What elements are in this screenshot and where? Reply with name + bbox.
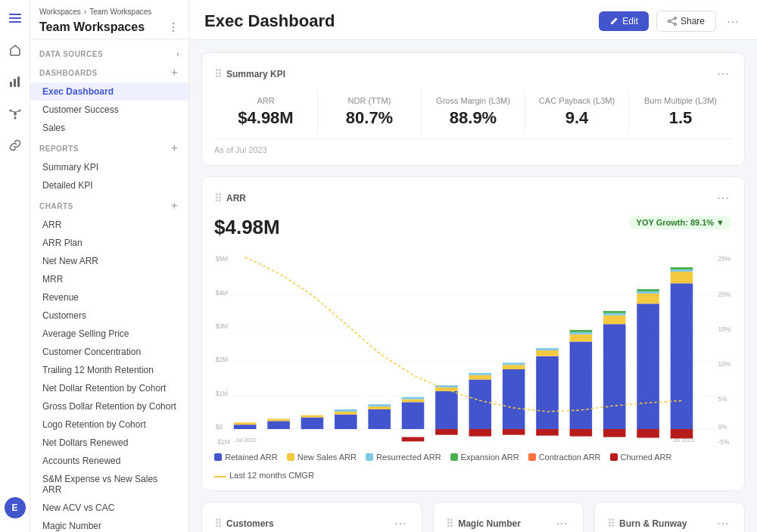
svg-text:5%: 5% bbox=[718, 395, 727, 403]
svg-text:-$1M: -$1M bbox=[216, 438, 230, 446]
legend-resurrected-arr: Resurrected ARR bbox=[366, 453, 441, 462]
kpi-cac-payback: CAC Payback (L3M) 9.4 bbox=[525, 92, 629, 132]
workspace-title: Team Workspaces bbox=[39, 20, 179, 34]
svg-rect-40 bbox=[234, 425, 257, 429]
page-header: Exec Dashboard Edit Share ⋯ bbox=[189, 0, 757, 40]
customers-more-icon[interactable]: ⋯ bbox=[391, 513, 410, 532]
share-icon bbox=[668, 17, 677, 26]
reports-section[interactable]: REPORTS ＋ bbox=[30, 137, 188, 158]
svg-rect-63 bbox=[469, 429, 491, 437]
svg-point-6 bbox=[14, 112, 17, 115]
sidebar-item-ndr-cohort[interactable]: Net Dollar Retention by Cohort bbox=[30, 379, 188, 397]
network-icon[interactable] bbox=[5, 103, 26, 124]
sidebar-item-net-new-arr[interactable]: Net New ARR bbox=[30, 252, 188, 270]
svg-point-14 bbox=[173, 26, 174, 28]
customers-header: ⠿ Customers ⋯ bbox=[214, 513, 410, 532]
svg-rect-41 bbox=[234, 422, 257, 425]
svg-rect-86 bbox=[637, 429, 659, 438]
svg-rect-4 bbox=[14, 79, 16, 87]
sidebar-item-exec-dashboard[interactable]: Exec Dashboard bbox=[30, 82, 188, 101]
summary-kpi-title: ⠿ Summary KPI bbox=[214, 68, 285, 80]
add-chart-icon[interactable]: ＋ bbox=[169, 199, 180, 213]
edit-button[interactable]: Edit bbox=[599, 11, 649, 31]
magic-number-card: ⠿ Magic Number ⋯ 1.2 bbox=[433, 502, 584, 532]
arr-yoy-badge: YOY Growth: 89.1% ▼ bbox=[629, 216, 732, 229]
arr-more-icon[interactable]: ⋯ bbox=[714, 188, 732, 208]
kpi-as-of: As of Jul 2023 bbox=[214, 138, 732, 154]
dashboards-section[interactable]: DASHBOARDS ＋ bbox=[30, 61, 188, 82]
sidebar-item-customer-concentration[interactable]: Customer Concentration bbox=[30, 343, 188, 361]
arr-chart-svg: $5M $4M $3M $2M $1M $0 -$1M 25% 20% 15% … bbox=[214, 251, 732, 448]
sidebar-item-detailed-kpi[interactable]: Detailed KPI bbox=[30, 176, 188, 194]
add-dashboard-icon[interactable]: ＋ bbox=[169, 66, 180, 79]
header-more-icon[interactable]: ⋯ bbox=[724, 11, 742, 32]
sidebar-item-revenue[interactable]: Revenue bbox=[30, 288, 188, 306]
svg-point-13 bbox=[173, 23, 174, 24]
svg-rect-72 bbox=[570, 341, 593, 429]
summary-kpi-more-icon[interactable]: ⋯ bbox=[714, 64, 732, 84]
svg-rect-75 bbox=[570, 330, 593, 332]
share-button[interactable]: Share bbox=[656, 11, 716, 32]
more-icon[interactable] bbox=[167, 21, 179, 33]
legend-expansion-arr: Expansion ARR bbox=[450, 453, 519, 462]
sidebar-item-mrr[interactable]: MRR bbox=[30, 270, 188, 288]
legend-dash-cmgr bbox=[214, 476, 226, 478]
sidebar-item-new-acv[interactable]: New ACV vs CAC bbox=[30, 499, 188, 517]
home-icon[interactable] bbox=[5, 39, 26, 61]
svg-rect-89 bbox=[671, 269, 693, 272]
sidebar-item-gdr-cohort[interactable]: Gross Dollar Retention by Cohort bbox=[30, 397, 188, 415]
svg-rect-67 bbox=[503, 429, 525, 435]
sidebar-item-customer-success[interactable]: Customer Success bbox=[30, 101, 188, 119]
sidebar-item-net-dollars[interactable]: Net Dollars Renewed bbox=[30, 434, 188, 452]
magic-number-more-icon[interactable]: ⋯ bbox=[553, 513, 571, 532]
user-avatar[interactable]: E bbox=[5, 497, 26, 518]
svg-rect-74 bbox=[570, 332, 593, 334]
svg-text:$1M: $1M bbox=[216, 390, 228, 397]
svg-rect-2 bbox=[9, 21, 21, 23]
data-sources-section[interactable]: DATA SOURCES › bbox=[30, 45, 188, 61]
svg-text:$4M: $4M bbox=[216, 289, 228, 297]
svg-rect-53 bbox=[402, 399, 425, 402]
sidebar-item-trailing-retention[interactable]: Trailing 12 Month Retention bbox=[30, 361, 188, 379]
sidebar-item-arr-plan[interactable]: ARR Plan bbox=[30, 234, 188, 252]
svg-point-16 bbox=[674, 17, 676, 20]
burn-runway-more-icon[interactable]: ⋯ bbox=[714, 513, 732, 532]
svg-point-18 bbox=[674, 23, 676, 26]
burn-runway-title: ⠿ Burn & Runway bbox=[607, 518, 687, 530]
sidebar-item-magic-number[interactable]: Magic Number bbox=[30, 517, 188, 532]
svg-text:20%: 20% bbox=[718, 291, 731, 298]
svg-rect-77 bbox=[603, 324, 626, 429]
svg-point-9 bbox=[14, 117, 16, 120]
sidebar-item-summary-kpi[interactable]: Summary KPI bbox=[30, 158, 188, 176]
svg-text:0%: 0% bbox=[718, 423, 727, 431]
kpi-ndr: NDR (TTM) 80.7% bbox=[318, 92, 422, 132]
sidebar-item-sm-expense[interactable]: S&M Expense vs New Sales ARR bbox=[30, 470, 188, 499]
sidebar-item-arr[interactable]: ARR bbox=[30, 216, 188, 234]
sidebar-item-logo-cohort[interactable]: Logo Retention by Cohort bbox=[30, 415, 188, 434]
charts-section[interactable]: CHARTS ＋ bbox=[30, 194, 188, 216]
svg-rect-65 bbox=[503, 365, 525, 369]
summary-kpi-header: ⠿ Summary KPI ⋯ bbox=[214, 64, 732, 84]
sidebar-item-accounts-renewed[interactable]: Accounts Renewed bbox=[30, 452, 188, 470]
svg-rect-69 bbox=[536, 350, 559, 356]
svg-rect-78 bbox=[603, 316, 626, 325]
burn-runway-card: ⠿ Burn & Runway ⋯ 18 Months Runway Cash … bbox=[594, 502, 745, 532]
svg-rect-62 bbox=[469, 373, 491, 375]
sidebar-item-sales[interactable]: Sales bbox=[30, 119, 188, 137]
magic-number-header: ⠿ Magic Number ⋯ bbox=[446, 513, 571, 532]
arr-value: $4.98M bbox=[214, 216, 280, 239]
svg-rect-51 bbox=[368, 404, 391, 406]
svg-rect-82 bbox=[637, 303, 659, 429]
svg-rect-61 bbox=[469, 375, 491, 380]
sidebar-item-customers[interactable]: Customers bbox=[30, 306, 188, 325]
sidebar-item-avg-selling-price[interactable]: Average Selling Price bbox=[30, 325, 188, 343]
svg-rect-59 bbox=[435, 429, 458, 435]
chart-icon[interactable] bbox=[5, 71, 26, 92]
svg-rect-55 bbox=[402, 437, 425, 442]
menu-icon[interactable] bbox=[5, 8, 26, 29]
edit-icon bbox=[609, 17, 618, 26]
link-icon[interactable] bbox=[5, 135, 26, 156]
svg-line-10 bbox=[11, 111, 15, 112]
svg-rect-49 bbox=[368, 409, 391, 429]
add-report-icon[interactable]: ＋ bbox=[169, 142, 180, 155]
